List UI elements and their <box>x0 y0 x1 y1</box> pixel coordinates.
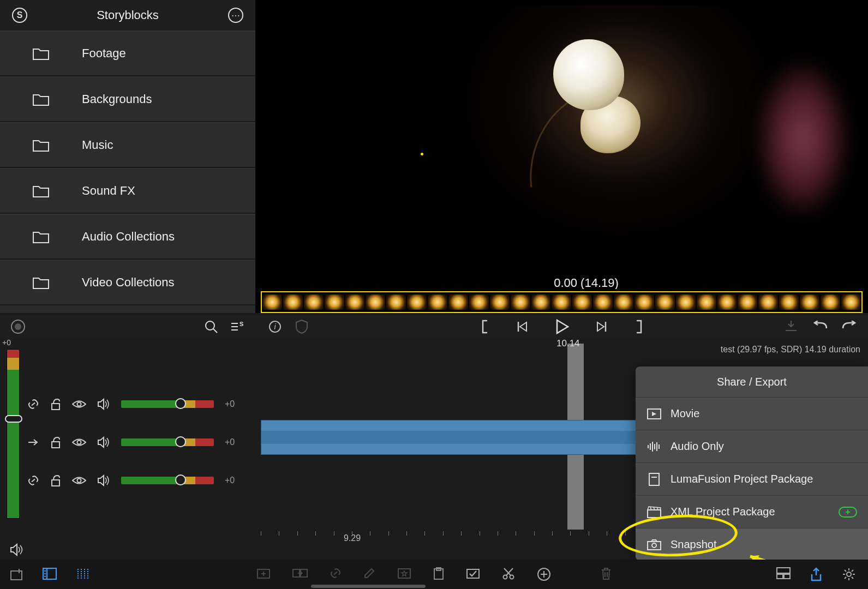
search-icon[interactable] <box>204 320 218 334</box>
popover-item-label: XML Project Package <box>671 506 775 518</box>
shield-icon[interactable] <box>296 320 308 334</box>
sidebar-item-soundfx[interactable]: Sound FX <box>0 168 255 214</box>
add-circle-icon[interactable] <box>537 567 551 581</box>
folder-icon <box>33 275 49 290</box>
speaker-icon[interactable] <box>97 474 110 486</box>
svg-rect-12 <box>52 404 59 410</box>
insert-clip-icon[interactable] <box>784 320 798 334</box>
svg-line-1 <box>213 329 217 333</box>
folder-icon <box>33 230 49 244</box>
svg-rect-27 <box>648 510 661 518</box>
trash-icon[interactable] <box>600 567 612 581</box>
sidebar-item-audio-collections[interactable]: Audio Collections <box>0 214 255 260</box>
sidebar-item-label: Audio Collections <box>82 230 175 244</box>
export-audio-item[interactable]: Audio Only <box>636 430 868 462</box>
eye-icon[interactable] <box>72 399 86 409</box>
sort-filter-icon[interactable]: S <box>230 320 243 333</box>
sidebar-header: S Storyblocks ⋯ <box>0 0 255 31</box>
svg-rect-59 <box>777 574 783 579</box>
popover-item-label: Movie <box>671 407 699 420</box>
svg-point-17 <box>77 479 81 483</box>
horizontal-scrollbar[interactable] <box>311 585 426 588</box>
export-snapshot-item[interactable]: Snapshot <box>636 528 868 561</box>
track-level-slider[interactable] <box>121 400 214 408</box>
select-mode-icon[interactable] <box>466 567 480 581</box>
track-controls: +0 +0 +0 <box>27 385 256 500</box>
share-icon[interactable] <box>810 567 822 581</box>
sidebar-item-backgrounds[interactable]: Backgrounds <box>0 76 255 122</box>
favorite-clip-icon[interactable] <box>397 567 411 581</box>
svg-rect-14 <box>52 442 59 448</box>
more-options-icon[interactable]: ⋯ <box>228 8 243 23</box>
svg-point-13 <box>77 402 81 406</box>
redo-icon[interactable] <box>842 321 857 333</box>
sidebar-list: Footage Backgrounds Music Sound FX Audio… <box>0 31 255 305</box>
transport-bar: i <box>255 315 868 338</box>
filmstrip[interactable] <box>261 291 863 313</box>
transition-icon[interactable] <box>292 567 308 581</box>
next-frame-icon[interactable] <box>595 320 608 333</box>
mark-in-icon[interactable] <box>480 320 489 334</box>
eye-icon[interactable] <box>72 437 86 447</box>
speaker-icon[interactable] <box>97 398 110 410</box>
svg-point-61 <box>847 572 851 576</box>
main-track-icon[interactable] <box>27 438 39 447</box>
sidebar-item-label: Footage <box>82 46 126 61</box>
add-clip-icon[interactable] <box>256 567 271 581</box>
mark-out-icon[interactable] <box>634 320 644 334</box>
sidebar-item-label: Music <box>82 138 113 152</box>
speaker-icon[interactable] <box>97 436 110 448</box>
info-icon[interactable]: i <box>268 320 282 333</box>
track-level-slider[interactable] <box>121 477 214 484</box>
track-row: +0 <box>27 423 256 461</box>
add-media-icon[interactable] <box>10 568 23 581</box>
export-movie-item[interactable]: Movie <box>636 397 868 430</box>
link-clips-icon[interactable] <box>330 567 342 581</box>
master-speaker-icon[interactable] <box>10 543 24 556</box>
track-level-slider[interactable] <box>121 438 214 446</box>
bottom-toolbar <box>0 560 868 589</box>
export-xml-package-item[interactable]: XML Project Package + <box>636 495 868 528</box>
audio-waveform-icon <box>646 441 662 452</box>
popover-item-label: Audio Only <box>671 440 724 453</box>
svg-point-15 <box>77 441 81 444</box>
folder-icon <box>33 184 49 198</box>
track-gain-label: +0 <box>225 476 235 485</box>
svg-rect-16 <box>52 480 59 486</box>
cut-icon[interactable] <box>502 567 515 581</box>
clipboard-icon[interactable] <box>433 567 444 581</box>
svg-point-52 <box>510 575 513 579</box>
mixer-view-icon[interactable] <box>76 568 89 581</box>
eye-icon[interactable] <box>72 476 86 485</box>
library-view-icon[interactable] <box>43 568 57 581</box>
sidebar-title: Storyblocks <box>0 8 255 22</box>
prev-frame-icon[interactable] <box>516 320 529 333</box>
edit-icon[interactable] <box>363 567 375 581</box>
track-gain-label: +0 <box>225 437 235 447</box>
share-export-popover: Share / Export Movie Audio Only LumaFusi… <box>636 366 868 561</box>
sidebar-item-footage[interactable]: Footage <box>0 31 255 76</box>
svg-text:i: i <box>274 322 276 331</box>
sidebar-item-video-collections[interactable]: Video Collections <box>0 260 255 305</box>
record-icon[interactable] <box>11 320 25 334</box>
link-icon[interactable] <box>27 398 39 410</box>
layout-icon[interactable] <box>776 567 791 581</box>
link-icon[interactable] <box>27 474 39 486</box>
lock-icon[interactable] <box>50 436 61 448</box>
preview-panel: 0.00 (14.19) <box>255 0 868 313</box>
master-level-meter[interactable] <box>7 349 20 519</box>
svg-text:S: S <box>240 321 243 327</box>
lock-icon[interactable] <box>50 398 61 410</box>
popover-title: Share / Export <box>636 366 868 397</box>
track-gain-label: +0 <box>225 399 235 409</box>
master-gain-label: +0 <box>2 338 11 347</box>
export-lumafusion-package-item[interactable]: LumaFusion Project Package <box>636 462 868 495</box>
storyblocks-logo-icon[interactable]: S <box>12 8 27 23</box>
undo-icon[interactable] <box>812 321 828 333</box>
sidebar-item-music[interactable]: Music <box>0 122 255 168</box>
preview-canvas[interactable]: 0.00 (14.19) <box>310 5 863 289</box>
lock-icon[interactable] <box>50 474 61 486</box>
settings-gear-icon[interactable] <box>842 567 856 581</box>
popover-item-label: LumaFusion Project Package <box>671 473 813 485</box>
play-icon[interactable] <box>555 319 569 334</box>
